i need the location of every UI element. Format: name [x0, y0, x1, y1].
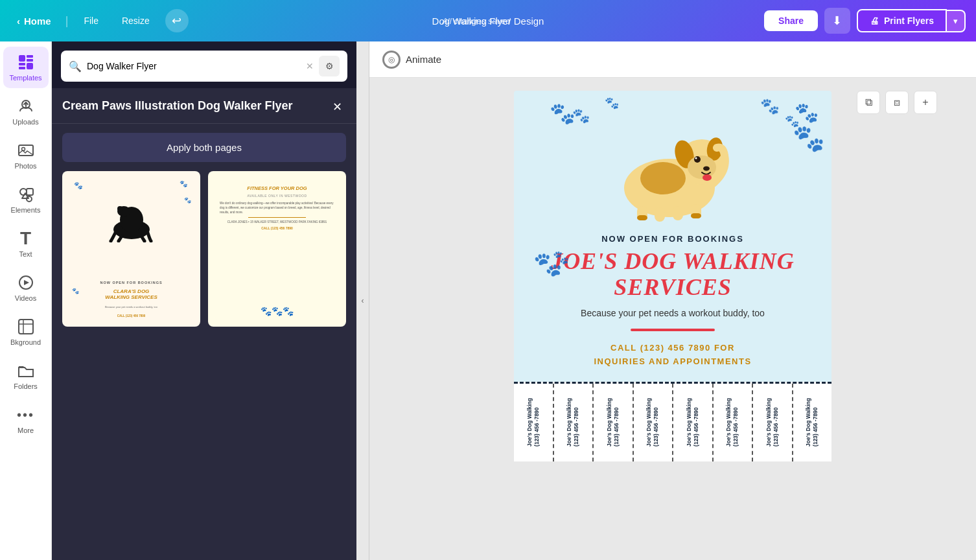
template-thumb-2[interactable]: 🐾🐾🐾 FITNESS FOR YOUR DOG AVAILABLE ONLY …: [208, 171, 346, 327]
svg-point-17: [117, 206, 122, 211]
search-input[interactable]: [87, 61, 301, 71]
tearoff-tab-6: Joe's Dog Walking(123) 456 -7890: [714, 384, 754, 461]
animate-button[interactable]: ◎ Animate: [382, 51, 441, 69]
sidebar-item-text[interactable]: T Text: [3, 223, 49, 264]
flyer-divider: [631, 329, 715, 331]
svg-rect-3: [19, 63, 25, 65]
svg-point-23: [694, 156, 701, 163]
home-label: Home: [24, 16, 51, 27]
svg-rect-1: [27, 55, 33, 58]
videos-label: Videos: [15, 294, 36, 302]
animate-icon: ◎: [382, 51, 401, 69]
sidebar-item-more[interactable]: ••• More: [3, 399, 49, 441]
sidebar-item-templates[interactable]: Templates: [3, 47, 49, 88]
tearoff-text-6: Joe's Dog Walking(123) 456 -7890: [725, 398, 739, 447]
sidebar-item-folders[interactable]: Folders: [3, 355, 49, 397]
paw-r-dark: 🐾: [793, 123, 825, 154]
thumb1-tagline: Because your pet needs a workout buddy, …: [69, 305, 194, 309]
tearoff-text-4: Joe's Dog Walking(123) 456 -7890: [645, 398, 660, 447]
file-menu-button[interactable]: File: [76, 12, 106, 30]
more-label: More: [17, 426, 34, 434]
collapse-panel-button[interactable]: ‹: [356, 41, 369, 560]
now-open-small: NOW OPEN FOR BOOKINGS: [69, 281, 194, 285]
thumb2-call: CALL (123) 456 7890: [220, 226, 334, 230]
clear-search-icon[interactable]: ✕: [306, 61, 314, 71]
duplicate-page-button[interactable]: ⧈: [885, 91, 909, 114]
flyer-title-line1: JOE'S DOG WALKING: [551, 248, 795, 274]
copy-page-button[interactable]: ⧉: [857, 91, 880, 114]
sidebar-item-videos[interactable]: Videos: [3, 267, 49, 309]
tearoff-tab-5: Joe's Dog Walking(123) 456 -7890: [673, 384, 714, 461]
share-button[interactable]: Share: [764, 10, 818, 31]
print-dropdown-button[interactable]: ▾: [947, 10, 966, 32]
topnav: ‹ Home | File Resize ↩ All changes saved…: [0, 0, 976, 41]
animate-label: Animate: [406, 54, 441, 65]
filter-icon[interactable]: ⚙: [319, 56, 340, 76]
elements-label: Elements: [11, 206, 41, 214]
tearoff-text-1: Joe's Dog Walking(123) 456 -7890: [526, 398, 540, 447]
add-page-button[interactable]: +: [914, 91, 937, 114]
uploads-icon: [17, 97, 35, 115]
background-icon: [17, 318, 35, 336]
close-template-button[interactable]: ✕: [329, 99, 346, 115]
flyer-tagline: Because your pet needs a workout buddy, …: [581, 308, 765, 318]
paw-tr-dark: 🐾: [795, 101, 819, 124]
thumb2-body: We don't do ordinary dog-walking—we offe…: [220, 202, 334, 215]
home-button[interactable]: ‹ Home: [10, 12, 58, 30]
search-bar: 🔍 ✕ ⚙: [52, 41, 356, 88]
print-flyers-button[interactable]: 🖨 Print Flyers: [857, 9, 947, 32]
document-title: Dog Walking Flyer Design: [432, 16, 544, 27]
animate-inner-icon: ◎: [388, 55, 395, 64]
sidebar-item-elements[interactable]: Elements: [3, 179, 49, 220]
apply-both-pages-button[interactable]: Apply both pages: [62, 133, 346, 162]
template-thumb-1[interactable]: 🐾 🐾 🐾 🐾: [62, 171, 200, 327]
svg-rect-28: [655, 207, 665, 222]
flyer-main[interactable]: 🐾 🐾 🐾 🐾 🐾 🐾 🐾 🐾 🐾: [514, 91, 831, 382]
resize-button[interactable]: Resize: [114, 12, 157, 30]
thumb2-content: 🐾🐾🐾 FITNESS FOR YOUR DOG AVAILABLE ONLY …: [208, 171, 346, 327]
collapse-arrow-icon: ‹: [362, 296, 364, 305]
template-previews: 🐾 🐾 🐾 🐾: [52, 171, 356, 337]
tearoff-tab-2: Joe's Dog Walking(123) 456 -7890: [554, 384, 594, 461]
template-detail-panel: Cream Paws Illustration Dog Walker Flyer…: [52, 88, 356, 560]
svg-rect-31: [637, 215, 647, 220]
thumb2-divider: [248, 217, 306, 218]
thumb1-contact: CALL (123) 456 7890: [69, 314, 194, 318]
sidebar-item-photos[interactable]: Photos: [3, 135, 49, 176]
paw-tl3: 🐾: [605, 96, 619, 110]
sidebar-item-uploads[interactable]: Uploads: [3, 91, 49, 132]
canvas-scroll[interactable]: ⧉ ⧈ + 🐾 🐾 🐾 🐾 🐾 🐾 🐾 🐾 🐾: [369, 78, 976, 560]
paw-decoration-dark: 🐾: [180, 180, 187, 187]
sidebar-item-background[interactable]: Bkground: [3, 311, 49, 353]
tearoff-tab-1: Joe's Dog Walking(123) 456 -7890: [514, 384, 554, 461]
canvas-toolbar: ◎ Animate: [369, 41, 976, 78]
background-label: Bkground: [10, 338, 41, 346]
thumb2-heading: FITNESS FOR YOUR DOG: [220, 185, 334, 191]
print-label: Print Flyers: [884, 16, 934, 26]
paw-tl: 🐾: [550, 101, 575, 126]
folders-label: Folders: [14, 382, 38, 390]
tearoff-text-3: Joe's Dog Walking(123) 456 -7890: [606, 398, 620, 447]
svg-point-26: [640, 162, 686, 194]
clara-title: CLARA'S DOGWALKING SERVICES: [69, 289, 194, 301]
elements-icon: [17, 185, 35, 204]
paw-tl2: 🐾: [572, 108, 590, 124]
tearoff-text-8: Joe's Dog Walking(123) 456 -7890: [805, 398, 819, 447]
svg-rect-10: [27, 189, 33, 195]
svg-rect-0: [19, 55, 25, 62]
more-icon: •••: [17, 406, 35, 424]
dog-illustration: [601, 110, 744, 224]
search-input-wrap: 🔍 ✕ ⚙: [61, 51, 347, 82]
paw-tr: 🐾: [760, 97, 780, 115]
template-name: Cream Paws Illustration Dog Walker Flyer: [62, 99, 329, 113]
svg-rect-32: [691, 213, 701, 218]
thumb1-content: 🐾 🐾 🐾 🐾: [62, 171, 200, 327]
tearoff-tab-4: Joe's Dog Walking(123) 456 -7890: [634, 384, 674, 461]
download-button[interactable]: ⬇: [824, 8, 850, 34]
photos-icon: [17, 141, 35, 159]
print-button-group: 🖨 Print Flyers ▾: [857, 9, 966, 32]
nav-divider: |: [65, 14, 69, 28]
main-area: Templates Uploads Photos: [0, 41, 976, 560]
undo-button[interactable]: ↩: [165, 9, 189, 32]
paw-decoration-3: 🐾: [184, 197, 191, 204]
